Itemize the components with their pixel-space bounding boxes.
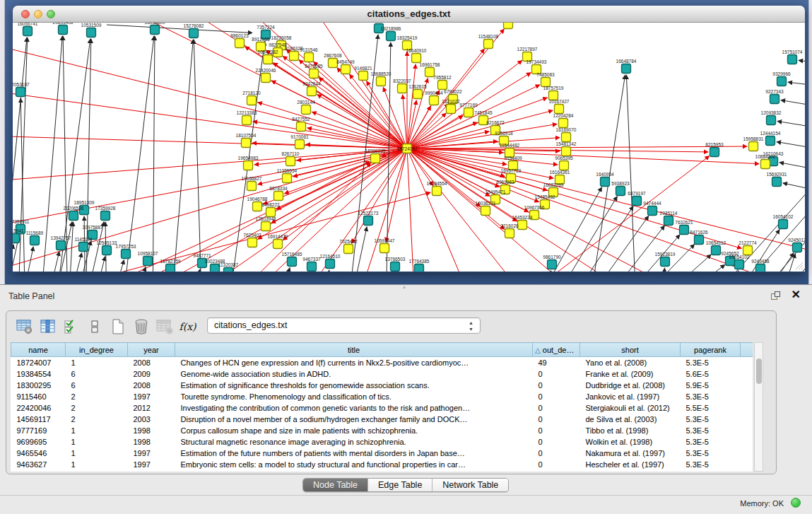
cell-title[interactable]: Corpus callosum shape and size in male p…	[175, 425, 533, 436]
cell-name[interactable]: 18300295	[11, 380, 66, 391]
close-panel-icon[interactable]: ✕	[792, 288, 801, 302]
cell-pagerank[interactable]: 5.5E-5	[681, 402, 741, 414]
cell-short[interactable]: Stergiakouli et al. (2012)	[580, 402, 681, 414]
network-node[interactable]: 10591447	[375, 238, 395, 253]
table-row[interactable]: 1456911722003Disruption of a novel membe…	[11, 414, 753, 425]
cell-in_degree[interactable]: 1	[66, 448, 128, 459]
col-header-short[interactable]: short	[580, 343, 681, 357]
cell-name[interactable]: 18724007	[11, 357, 66, 368]
network-node[interactable]: 15923819	[655, 252, 676, 267]
window-titlebar[interactable]: citations_edges.txt	[13, 6, 805, 23]
network-node[interactable]: 2122774	[739, 240, 757, 255]
import-table-button-disabled[interactable]	[155, 317, 174, 337]
select-rows-button[interactable]	[61, 317, 81, 337]
network-node[interactable]: 2216026	[500, 223, 519, 238]
cell-year[interactable]: 2008	[128, 380, 175, 391]
row-height-button[interactable]	[85, 317, 104, 337]
cell-title[interactable]: Estimation of significance thresholds fo…	[175, 380, 533, 391]
table-row[interactable]: 946554611997Estimation of the future num…	[11, 448, 753, 459]
network-node[interactable]: 11320387	[218, 262, 239, 272]
table-settings-button[interactable]	[15, 317, 34, 337]
cell-name[interactable]: 9463627	[11, 459, 66, 470]
cell-pagerank[interactable]: 5.9E-5	[681, 380, 741, 391]
network-node[interactable]: 12603948	[256, 216, 276, 231]
col-header-pagerank[interactable]: pagerank	[681, 343, 741, 357]
network-node[interactable]: 9467337	[302, 257, 321, 271]
network-node[interactable]: 9990444	[425, 90, 443, 105]
cell-out_degree[interactable]: 0	[533, 425, 580, 436]
delete-column-button[interactable]	[131, 317, 151, 337]
network-node[interactable]: 8215953	[705, 142, 724, 157]
cell-short[interactable]: Yano et al. (2008)	[580, 357, 681, 368]
cell-pagerank[interactable]: 5.3E-5	[681, 459, 741, 470]
right-splitter-strip[interactable]	[808, 0, 812, 284]
cell-pagerank[interactable]: 5.6E-5	[681, 368, 741, 380]
network-node[interactable]: 8454749	[336, 59, 355, 74]
cell-out_degree[interactable]: 0	[533, 459, 580, 470]
network-node[interactable]: 17359928	[95, 206, 116, 221]
network-node[interactable]: 18107554	[236, 133, 257, 148]
panel-splitter-grip[interactable]: ▴	[403, 284, 406, 290]
cell-title[interactable]: Genome-wide association studies in ADHD.	[175, 368, 533, 380]
network-node[interactable]: 12204284	[553, 113, 574, 128]
cell-title[interactable]: Embryonic stem cells: a model to study s…	[175, 459, 533, 470]
network-node[interactable]: 12093832	[761, 110, 782, 125]
cell-in_degree[interactable]: 1	[66, 459, 128, 470]
cell-out_degree[interactable]: 0	[533, 414, 580, 425]
network-node[interactable]: 9170061	[290, 134, 309, 149]
cell-out_degree[interactable]: 0	[533, 436, 580, 448]
cell-name[interactable]: 9777169	[11, 425, 66, 436]
network-node[interactable]: 9227343	[765, 89, 784, 104]
network-node[interactable]: 9245012	[788, 238, 805, 252]
cell-short[interactable]: Dudbridge et al. (2008)	[580, 380, 681, 391]
network-node[interactable]: 19654983	[238, 156, 259, 170]
network-node[interactable]: 8878334	[269, 186, 288, 201]
float-panel-icon[interactable]	[771, 291, 781, 301]
network-node[interactable]: 7955812	[433, 75, 452, 90]
table-row[interactable]: 1872400712008Changes of HCN gene express…	[11, 357, 753, 368]
network-node[interactable]: 9329966	[772, 71, 791, 86]
network-node[interactable]: 1115689	[26, 230, 44, 245]
cell-pagerank[interactable]: 5.3E-5	[681, 436, 741, 448]
network-canvas[interactable]: 1605574120691406105315091603380915276082…	[13, 23, 805, 271]
tab-node-table[interactable]: Node Table	[303, 479, 368, 491]
cell-year[interactable]: 2008	[128, 357, 175, 368]
network-node[interactable]: 9065395	[555, 156, 573, 170]
cell-out_degree[interactable]: 0	[533, 380, 580, 391]
network-node[interactable]: 17764385	[409, 259, 430, 272]
network-node[interactable]: 15751074	[782, 49, 803, 64]
table-row[interactable]: 911546021997Tourette syndrome. Phenomeno…	[11, 391, 753, 402]
cell-name[interactable]: 22420046	[11, 402, 66, 414]
cell-title[interactable]: Disruption of a novel member of a sodium…	[175, 414, 533, 425]
network-node[interactable]: 12125449	[498, 23, 519, 29]
create-column-button[interactable]	[108, 317, 127, 337]
cell-out_degree[interactable]: 49	[533, 357, 580, 368]
network-node[interactable]: 16054102	[773, 214, 794, 229]
cell-in_degree[interactable]: 2	[66, 402, 128, 414]
cell-short[interactable]: Nakamura et al. (1997)	[580, 448, 681, 459]
cell-short[interactable]: de Silva et al. (2003)	[580, 414, 681, 425]
memory-status-indicator[interactable]	[791, 498, 801, 508]
network-node[interactable]: 15716485	[282, 252, 302, 267]
table-vertical-scrollbar[interactable]	[754, 342, 763, 472]
window-resize-grip[interactable]	[794, 261, 804, 270]
cell-name[interactable]: 9115460	[11, 391, 66, 402]
cell-pagerank[interactable]: 5.3E-5	[681, 425, 741, 436]
network-node[interactable]: 1145194	[75, 237, 93, 252]
network-node[interactable]: 16648784	[616, 59, 637, 74]
function-builder-button[interactable]: f(x)	[178, 317, 197, 337]
cell-in_degree[interactable]: 1	[66, 357, 128, 368]
network-node[interactable]: 9474444	[643, 201, 661, 216]
network-node[interactable]: 12522173	[358, 211, 379, 226]
network-node[interactable]: 16782759	[160, 259, 181, 272]
network-node[interactable]: 15958831	[743, 136, 764, 151]
tab-edge-table[interactable]: Edge Table	[368, 479, 433, 491]
network-node[interactable]: 9131546	[300, 47, 318, 62]
cell-year[interactable]: 1997	[128, 459, 175, 470]
network-node[interactable]: 16033809	[145, 23, 165, 35]
tab-network-table[interactable]: Network Table	[433, 479, 508, 491]
network-node[interactable]: 11548108	[478, 34, 499, 49]
cell-out_degree[interactable]: 0	[533, 391, 580, 402]
cell-year[interactable]: 2009	[128, 368, 175, 380]
network-node[interactable]: 5938923	[611, 181, 630, 196]
